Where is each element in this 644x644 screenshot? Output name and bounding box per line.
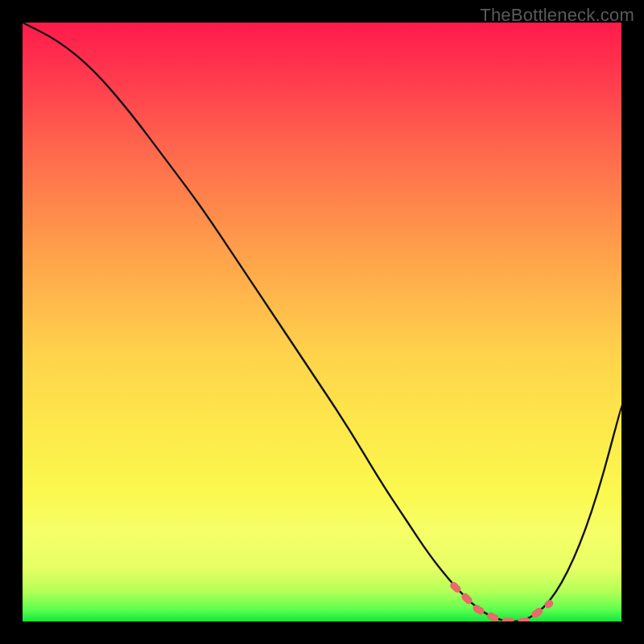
bottleneck-curve — [23, 23, 621, 621]
chart-svg — [23, 23, 621, 621]
highlight-segment — [454, 585, 550, 621]
chart-frame — [23, 23, 621, 621]
